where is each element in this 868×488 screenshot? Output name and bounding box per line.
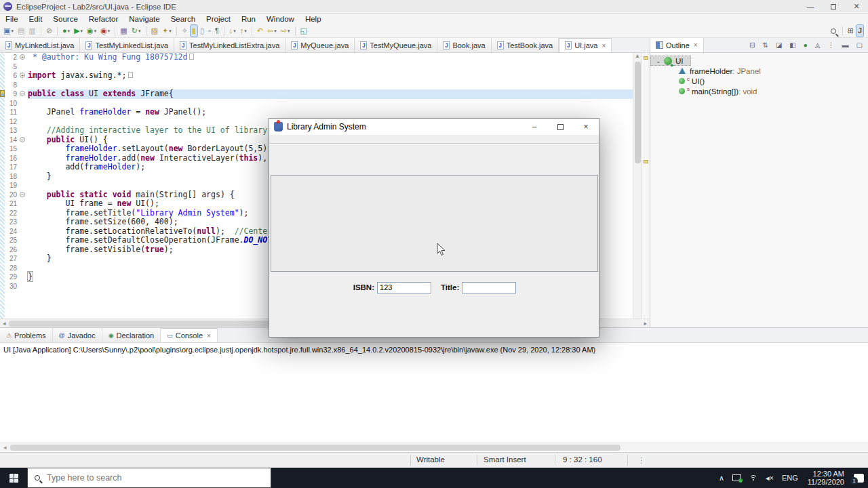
new-wizard-icon[interactable]: ▣▾ [2, 25, 15, 37]
menu-edit[interactable]: Edit [24, 14, 48, 24]
search-toolbar-icon[interactable]: ✦▾ [161, 25, 173, 37]
tab-problems[interactable]: ⚠Problems [0, 328, 53, 342]
back-icon[interactable]: ⇦▾ [266, 25, 278, 37]
menu-navigate[interactable]: Navigate [123, 14, 165, 24]
outline-item-ui[interactable]: ⌄UI [650, 56, 691, 66]
line-number: 30 [5, 282, 19, 291]
coverage-icon[interactable]: ◉▾ [85, 25, 98, 37]
new-java-project-icon[interactable]: ▦ [119, 25, 128, 37]
close-icon[interactable]: × [694, 41, 698, 49]
open-plugin-icon[interactable]: ✧ [180, 25, 189, 37]
save-all-icon[interactable]: ▥ [27, 25, 37, 37]
overview-marker[interactable] [644, 56, 648, 60]
tab-ui-java[interactable]: JUI.java× [559, 38, 612, 52]
dialog-close-button[interactable]: × [573, 119, 599, 135]
last-edit-location-icon[interactable]: ↶ [256, 25, 264, 37]
search-input[interactable] [47, 473, 250, 483]
save-icon[interactable]: ▤ [16, 25, 26, 37]
tab-book-java[interactable]: JBook.java [437, 38, 491, 52]
menu-search[interactable]: Search [165, 14, 201, 24]
fold-toggle-icon[interactable]: − [20, 91, 25, 96]
outline-item-ui-[interactable]: cUI() [650, 76, 868, 86]
tab-declaration[interactable]: ◉Declaration [102, 328, 161, 342]
tab-javadoc[interactable]: @Javadoc [53, 328, 102, 342]
run-icon[interactable]: ▶▾ [73, 25, 84, 37]
close-icon[interactable]: × [207, 332, 211, 340]
hide-local-types-icon[interactable]: ◬ [814, 41, 822, 49]
menu-run[interactable]: Run [236, 14, 261, 24]
overview-marker[interactable] [644, 160, 648, 163]
open-perspective-icon[interactable]: ⊞ [846, 25, 855, 37]
prev-annotation-icon[interactable]: ↑▾ [239, 25, 248, 37]
tray-display-icon[interactable] [728, 468, 745, 488]
tab-testbook-java[interactable]: JTestBook.java [492, 38, 559, 52]
menu-file[interactable]: File [0, 14, 24, 24]
maximize-icon[interactable]: ▢ [855, 41, 864, 49]
tab-mylinkedlist-java[interactable]: JMyLinkedList.java [0, 38, 80, 52]
tab-testmyqueue-java[interactable]: JTestMyQueue.java [355, 38, 437, 52]
mark-occurrences-icon[interactable]: ▮ [191, 25, 197, 37]
tab-testmylinkedlistextra-java[interactable]: JTestMyLinkedListExtra.java [174, 38, 285, 52]
fold-toggle-icon[interactable]: − [20, 137, 25, 142]
menu-refactor[interactable]: Refactor [83, 14, 123, 24]
status-more-icon[interactable]: ⋮ [637, 455, 646, 465]
create-getter-icon[interactable]: ↻▾ [130, 25, 142, 37]
outline-item-main-string-[interactable]: smain(String[]) : void [650, 86, 868, 96]
menu-help[interactable]: Help [300, 14, 327, 24]
tab-myqueue-java[interactable]: JMyQueue.java [285, 38, 355, 52]
editor-vertical-scrollbar[interactable]: ▲ [633, 53, 642, 319]
window-maximize-button[interactable] [822, 0, 845, 13]
wifi-icon[interactable] [745, 468, 762, 488]
fold-toggle-icon[interactable]: − [20, 192, 25, 197]
hide-static-icon[interactable]: ◧ [788, 41, 797, 49]
isbn-input[interactable] [377, 282, 431, 293]
window-close-button[interactable]: ✕ [845, 0, 868, 13]
collapse-all-icon[interactable]: ⊟ [748, 41, 756, 49]
view-menu-icon[interactable]: ⋮ [827, 41, 836, 49]
show-selected-element-icon[interactable]: ▯ [199, 25, 205, 37]
forward-icon[interactable]: ⇨▾ [279, 25, 292, 37]
sort-icon[interactable]: ⇅ [762, 41, 770, 49]
tray-expand-icon[interactable]: ∧ [715, 468, 728, 488]
close-icon[interactable]: × [601, 42, 606, 49]
dialog-titlebar[interactable]: Library Admin System – × [269, 119, 599, 135]
volume-muted-icon[interactable]: ◂× [762, 468, 778, 488]
fold-toggle-icon[interactable]: + [20, 54, 25, 60]
tab-testmylinkedlist-java[interactable]: JTestMyLinkedList.java [80, 38, 174, 52]
show-annotations-icon[interactable]: ▫ [207, 25, 212, 37]
show-whitespace-icon[interactable]: ¶ [214, 25, 220, 37]
dialog-maximize-button[interactable] [547, 119, 573, 135]
java-perspective-icon[interactable]: J [856, 25, 863, 37]
tab-outline[interactable]: Outline × [650, 38, 704, 52]
link-with-editor-icon[interactable]: ◱ [299, 25, 309, 37]
books-table[interactable] [271, 175, 598, 272]
menu-project[interactable]: Project [201, 14, 236, 24]
fold-toggle-icon[interactable]: + [20, 73, 25, 78]
title-input[interactable] [462, 282, 516, 293]
java-file-icon: J [565, 41, 572, 49]
window-minimize-button[interactable]: — [799, 0, 822, 13]
debug-icon[interactable]: ●▾ [61, 25, 71, 37]
code-line: 11 JPanel frameHolder = new JPanel(); [5, 108, 641, 117]
dialog-minimize-button[interactable]: – [521, 119, 547, 135]
fold-column [19, 264, 28, 273]
skip-breakpoints-icon[interactable]: ⊘ [45, 25, 54, 37]
menu-window[interactable]: Window [261, 14, 300, 24]
taskbar-clock[interactable]: 12:30 AM 11/29/2020 [802, 470, 850, 486]
outline-item-frameholder[interactable]: frameHolder : JPanel [650, 66, 868, 76]
quick-search-icon[interactable] [829, 25, 839, 37]
minimize-icon[interactable]: ▬ [841, 41, 850, 49]
start-button[interactable] [0, 468, 27, 488]
open-task-icon[interactable]: ▨ [150, 25, 159, 37]
console-horizontal-scrollbar[interactable]: ◂ [0, 443, 868, 451]
hide-non-public-icon[interactable]: ● [802, 41, 809, 49]
next-annotation-icon[interactable]: ↓▾ [228, 25, 237, 37]
hide-fields-icon[interactable]: ◪ [774, 41, 783, 49]
language-indicator[interactable]: ENG [778, 468, 802, 488]
profile-icon[interactable]: ◉▾ [99, 25, 111, 37]
menu-source[interactable]: Source [47, 14, 83, 24]
action-center-icon[interactable]: 1 [850, 468, 868, 488]
overview-ruler[interactable] [642, 53, 650, 319]
taskbar-search[interactable] [27, 468, 271, 488]
tab-console[interactable]: ▭Console× [161, 328, 218, 342]
